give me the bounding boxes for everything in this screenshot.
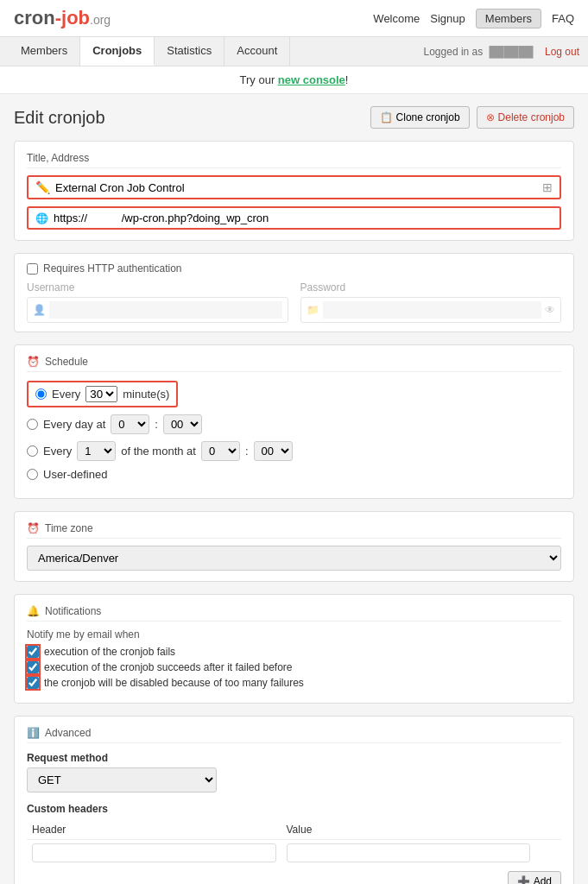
clone-cronjob-button[interactable]: 📋 Clone cronjob <box>370 106 470 129</box>
page-title: Edit cronjob <box>14 108 105 128</box>
nav-welcome[interactable]: Welcome <box>373 12 420 25</box>
every-day-row: Every day at 01236121823 : 000510153045 <box>27 414 561 434</box>
http-auth-header: Requires HTTP authentication <box>27 262 561 275</box>
schedule-custom-radio[interactable] <box>27 469 38 480</box>
nav-signup[interactable]: Signup <box>430 12 465 25</box>
logo: cron-job.org <box>14 7 111 29</box>
schedule-legend-text: Schedule <box>45 356 88 368</box>
tz-legend: ⏰ Time zone <box>27 522 561 539</box>
password-input-wrapper: 📁 👁 <box>300 297 562 323</box>
password-label: Password <box>300 281 562 294</box>
notif-disabled-checkbox[interactable] <box>27 677 39 689</box>
url-input[interactable] <box>54 212 553 224</box>
nav-faq[interactable]: FAQ <box>552 12 574 25</box>
subnav-cronjobs[interactable]: Cronjobs <box>80 37 155 66</box>
globe-icon: 🌐 <box>35 212 48 224</box>
notif-success-label: execution of the cronjob succeeds after … <box>44 661 293 673</box>
title-input-row: ✏️ ⊞ <box>27 175 561 199</box>
every-month-row: Every 125101528 of the month at 0161218 … <box>27 441 561 461</box>
month-min-select[interactable]: 00051530 <box>254 441 293 461</box>
sub-nav-right: Logged in as ██████ Log out <box>424 46 579 58</box>
http-auth-checkbox[interactable] <box>27 263 38 275</box>
request-method-label: Request method <box>27 752 561 764</box>
logout-link[interactable]: Log out <box>545 46 579 58</box>
url-input-row: 🌐 <box>27 206 561 230</box>
add-header-button[interactable]: ➕ Add <box>508 871 561 884</box>
username-label: Username <box>27 281 288 294</box>
sub-nav: Members Cronjobs Statistics Account Logg… <box>0 37 588 66</box>
notif-disabled-label: the cronjob will be disabled because of … <box>44 677 304 689</box>
timezone-section: ⏰ Time zone America/Denver America/New_Y… <box>14 511 574 582</box>
header-col-header: Header <box>27 820 281 840</box>
notif-bell-icon: 🔔 <box>27 605 40 617</box>
notifications-section: 🔔 Notifications Notify me by email when … <box>14 594 574 704</box>
notif-legend: 🔔 Notifications <box>27 605 561 622</box>
month-hour-select[interactable]: 0161218 <box>201 441 240 461</box>
day-colon: : <box>155 418 158 431</box>
headers-table: Header Value <box>27 820 561 866</box>
subnav-account[interactable]: Account <box>224 37 290 66</box>
title-actions: 📋 Clone cronjob ⊗ Delete cronjob <box>370 106 574 129</box>
title-address-legend: Title, Address <box>27 152 561 168</box>
new-console-link[interactable]: new console <box>278 73 345 86</box>
title-input[interactable] <box>55 181 542 194</box>
notif-legend-text: Notifications <box>45 605 101 617</box>
subnav-members[interactable]: Members <box>9 37 80 66</box>
day-hour-select[interactable]: 01236121823 <box>111 414 149 434</box>
minutes-select[interactable]: 30 1 2 5 10 15 20 60 <box>85 386 117 402</box>
timezone-select[interactable]: America/Denver America/New_York America/… <box>27 546 561 571</box>
user-icon: 👤 <box>33 304 46 316</box>
title-address-section: Title, Address ✏️ ⊞ 🌐 <box>14 141 574 241</box>
eye-icon: 👁 <box>545 304 555 316</box>
header-name-input[interactable] <box>32 843 276 862</box>
add-header-container: ➕ Add <box>27 871 561 884</box>
logged-in-label: Logged in as <box>424 46 484 58</box>
notif-row-2: execution of the cronjob succeeds after … <box>27 661 561 673</box>
subnav-statistics[interactable]: Statistics <box>155 37 224 66</box>
notif-row-3: the cronjob will be disabled because of … <box>27 677 561 689</box>
headers-empty-row <box>27 840 561 867</box>
main-content: Edit cronjob 📋 Clone cronjob ⊗ Delete cr… <box>0 94 588 884</box>
username-value: ██████ <box>490 46 534 58</box>
top-nav: Welcome Signup Members FAQ <box>373 9 574 28</box>
schedule-clock-icon: ⏰ <box>27 356 40 368</box>
user-defined-label: User-defined <box>43 468 107 481</box>
banner: Try our new console! <box>0 66 588 94</box>
notif-fail-checkbox[interactable] <box>27 646 39 658</box>
username-field: Username 👤 <box>27 281 288 323</box>
auth-fields: Username 👤 Password 📁 👁 <box>27 281 561 323</box>
logo-dash: - <box>55 7 61 28</box>
value-col-header: Value <box>281 820 536 840</box>
delete-icon: ⊗ <box>486 111 495 123</box>
page-title-row: Edit cronjob 📋 Clone cronjob ⊗ Delete cr… <box>14 106 574 129</box>
adv-legend: ℹ️ Advanced <box>27 727 561 743</box>
notif-success-checkbox[interactable] <box>27 661 39 673</box>
schedule-minutes-radio[interactable] <box>35 388 47 400</box>
month-day-select[interactable]: 125101528 <box>77 441 116 461</box>
delete-cronjob-button[interactable]: ⊗ Delete cronjob <box>477 106 574 129</box>
title-icon: ✏️ <box>35 180 50 194</box>
logo-job: job <box>61 7 90 28</box>
clone-icon: 📋 <box>380 111 393 123</box>
every-label: Every <box>52 388 80 401</box>
schedule-day-radio[interactable] <box>27 419 38 430</box>
advanced-section: ℹ️ Advanced Request method GET POST HEAD… <box>14 716 574 884</box>
title-right-icon: ⊞ <box>542 180 553 194</box>
header-value-input[interactable] <box>287 843 531 862</box>
username-input[interactable] <box>49 301 282 319</box>
http-auth-label: Requires HTTP authentication <box>43 262 182 275</box>
plus-icon: ➕ <box>517 875 530 884</box>
nav-members[interactable]: Members <box>476 9 541 28</box>
day-min-select[interactable]: 000510153045 <box>163 414 202 434</box>
every-minutes-row: Every 30 1 2 5 10 15 20 60 minute(s) <box>27 381 178 407</box>
request-method-select[interactable]: GET POST HEAD PUT DELETE <box>27 767 217 792</box>
notif-row-1: execution of the cronjob fails <box>27 646 561 658</box>
password-input[interactable] <box>323 301 542 319</box>
banner-suffix: ! <box>345 73 349 86</box>
custom-headers-label: Custom headers <box>27 803 561 815</box>
every-day-label: Every day at <box>43 418 105 431</box>
schedule-legend: ⏰ Schedule <box>27 356 561 372</box>
schedule-month-radio[interactable] <box>27 445 38 457</box>
notif-fail-label: execution of the cronjob fails <box>44 646 175 658</box>
schedule-section: ⏰ Schedule Every 30 1 2 5 10 15 20 60 mi… <box>14 344 574 499</box>
